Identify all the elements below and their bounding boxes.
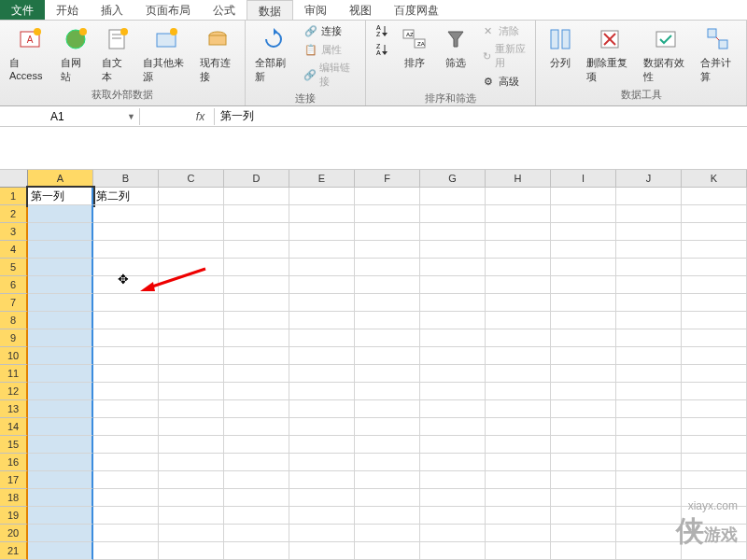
- column-header[interactable]: H: [486, 170, 551, 188]
- cell[interactable]: [486, 312, 551, 329]
- cell[interactable]: [355, 347, 420, 365]
- cell[interactable]: [289, 507, 355, 525]
- from-web-button[interactable]: 自网站: [57, 22, 94, 86]
- cell[interactable]: [224, 489, 289, 507]
- cell[interactable]: [616, 542, 682, 560]
- cell[interactable]: [93, 436, 159, 454]
- row-header[interactable]: 12: [0, 383, 28, 400]
- row-header[interactable]: 2: [0, 205, 28, 223]
- cell[interactable]: [93, 223, 159, 241]
- cell[interactable]: [551, 383, 616, 400]
- cell[interactable]: [682, 471, 747, 489]
- row-header[interactable]: 21: [0, 542, 28, 560]
- cell[interactable]: [616, 223, 682, 241]
- cell[interactable]: [289, 400, 355, 418]
- cell[interactable]: [28, 223, 93, 241]
- cell[interactable]: [224, 436, 289, 454]
- cell[interactable]: [28, 347, 93, 365]
- cell[interactable]: [28, 542, 93, 560]
- cell[interactable]: [28, 383, 93, 400]
- properties-button[interactable]: 📋属性: [301, 41, 359, 58]
- column-header[interactable]: J: [616, 170, 682, 188]
- row-header[interactable]: 20: [0, 525, 28, 542]
- cell[interactable]: [616, 418, 682, 436]
- cell[interactable]: [682, 347, 747, 365]
- cell[interactable]: [420, 400, 486, 418]
- refresh-all-button[interactable]: 全部刷新: [251, 22, 296, 86]
- cell[interactable]: [224, 542, 289, 560]
- column-header[interactable]: F: [355, 170, 420, 188]
- row-header[interactable]: 13: [0, 400, 28, 418]
- cell[interactable]: [355, 223, 420, 241]
- cell[interactable]: [551, 454, 616, 471]
- remove-dup-button[interactable]: 删除重复项: [583, 22, 636, 86]
- name-box[interactable]: A1 ▼: [47, 108, 140, 125]
- reapply-button[interactable]: ↻重新应用: [478, 41, 529, 71]
- cell[interactable]: [355, 525, 420, 542]
- cell[interactable]: [28, 471, 93, 489]
- cell[interactable]: [289, 418, 355, 436]
- row-header[interactable]: 14: [0, 418, 28, 436]
- row-header[interactable]: 17: [0, 471, 28, 489]
- cell[interactable]: [289, 312, 355, 329]
- cell[interactable]: [159, 347, 224, 365]
- cell[interactable]: [159, 454, 224, 471]
- cell[interactable]: [551, 542, 616, 560]
- column-header[interactable]: I: [551, 170, 616, 188]
- cell[interactable]: [93, 400, 159, 418]
- cell[interactable]: [159, 507, 224, 525]
- cell[interactable]: [355, 489, 420, 507]
- cell[interactable]: [551, 294, 616, 312]
- cell[interactable]: [159, 471, 224, 489]
- cell[interactable]: [28, 276, 93, 294]
- cell[interactable]: [551, 241, 616, 259]
- existing-conn-button[interactable]: 现有连接: [196, 22, 240, 86]
- cell[interactable]: [486, 205, 551, 223]
- row-header[interactable]: 10: [0, 347, 28, 365]
- cell[interactable]: [486, 436, 551, 454]
- cell[interactable]: [551, 347, 616, 365]
- cell[interactable]: [159, 489, 224, 507]
- cell[interactable]: [159, 276, 224, 294]
- cell[interactable]: [616, 471, 682, 489]
- cell[interactable]: [93, 276, 159, 294]
- cell[interactable]: [28, 400, 93, 418]
- cell[interactable]: [159, 205, 224, 223]
- cell[interactable]: [682, 312, 747, 329]
- cell[interactable]: [28, 489, 93, 507]
- cell[interactable]: [28, 454, 93, 471]
- cell[interactable]: [420, 347, 486, 365]
- tab-data[interactable]: 数据: [247, 0, 293, 20]
- cell[interactable]: [93, 294, 159, 312]
- consolidate-button[interactable]: 合并计算: [697, 22, 740, 86]
- cell[interactable]: [224, 294, 289, 312]
- cell[interactable]: [93, 259, 159, 276]
- cell[interactable]: [28, 436, 93, 454]
- cell[interactable]: [682, 436, 747, 454]
- cell[interactable]: [420, 507, 486, 525]
- fx-icon[interactable]: fx: [187, 108, 215, 125]
- cell[interactable]: [224, 471, 289, 489]
- cell[interactable]: [551, 259, 616, 276]
- cell[interactable]: [420, 525, 486, 542]
- row-header[interactable]: 16: [0, 454, 28, 471]
- cell[interactable]: [159, 436, 224, 454]
- cell[interactable]: [616, 188, 682, 205]
- cell[interactable]: [551, 365, 616, 383]
- cell[interactable]: [28, 259, 93, 276]
- cell[interactable]: [93, 365, 159, 383]
- row-header[interactable]: 11: [0, 365, 28, 383]
- cell[interactable]: [289, 365, 355, 383]
- tab-home[interactable]: 开始: [45, 0, 90, 20]
- tab-baidu[interactable]: 百度网盘: [383, 0, 450, 20]
- cell[interactable]: [616, 383, 682, 400]
- cell[interactable]: [93, 205, 159, 223]
- cell[interactable]: [355, 241, 420, 259]
- cell[interactable]: [420, 383, 486, 400]
- cell[interactable]: 第二列: [93, 188, 159, 205]
- sort-button[interactable]: AZZA 排序: [396, 22, 433, 72]
- column-header[interactable]: A: [28, 170, 93, 188]
- cell[interactable]: [616, 436, 682, 454]
- cell[interactable]: [420, 294, 486, 312]
- column-header[interactable]: B: [93, 170, 159, 188]
